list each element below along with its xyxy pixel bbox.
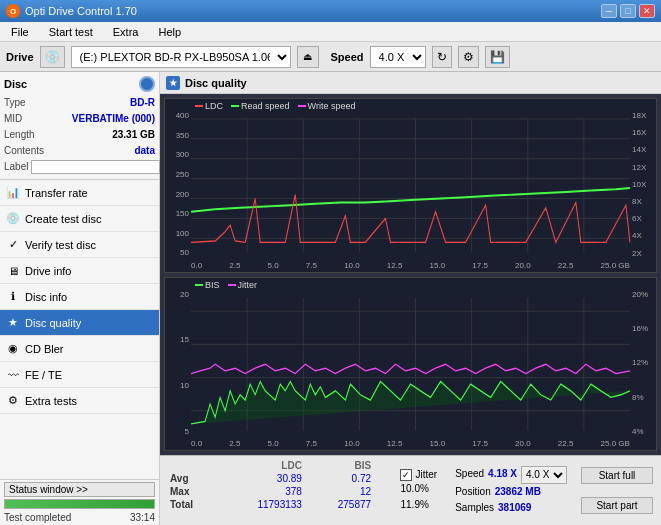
minimize-button[interactable]: ─ (601, 4, 617, 18)
legend-write-speed: Write speed (298, 101, 356, 111)
jitter-checkbox[interactable]: ✓ (400, 469, 412, 481)
legend-bis: BIS (195, 280, 220, 290)
main-content: Disc Type BD-R MID VERBATIMe (000) Lengt… (0, 72, 661, 525)
drive-icon: 💿 (40, 46, 65, 68)
chart1-svg (165, 99, 656, 272)
speed-info: Speed 4.18 X 4.0 X Position 23862 MB Sam… (449, 459, 573, 522)
chart1-legend: LDC Read speed Write speed (195, 101, 355, 111)
jitter-checkbox-row: ✓ Jitter (400, 469, 437, 481)
samples-label: Samples (455, 500, 494, 516)
legend-jitter: Jitter (228, 280, 258, 290)
start-part-button[interactable]: Start part (581, 497, 653, 514)
stats-bar: LDC BIS Avg 30.89 0.72 Max 378 12 (160, 455, 661, 525)
action-buttons: Start full Start part (579, 459, 655, 522)
speed-select[interactable]: 4.0 X (370, 46, 426, 68)
chart1-x-labels: 0.02.55.07.510.012.515.017.520.022.525.0… (191, 261, 630, 270)
menu-start-test[interactable]: Start test (43, 25, 99, 39)
save-button[interactable]: 💾 (485, 46, 510, 68)
disc-contents-value: data (134, 143, 155, 159)
speed-row: Speed 4.18 X 4.0 X (455, 466, 567, 484)
max-ldc: 378 (218, 485, 306, 498)
avg-ldc: 30.89 (218, 472, 306, 485)
jitter-label: Jitter (415, 469, 437, 480)
disc-icon (139, 76, 155, 92)
close-button[interactable]: ✕ (639, 4, 655, 18)
fe-te-label: FE / TE (25, 369, 62, 381)
disc-label-label: Label (4, 159, 28, 175)
progress-bar (4, 499, 155, 509)
disc-info-panel: Disc Type BD-R MID VERBATIMe (000) Lengt… (0, 72, 159, 180)
menu-extra[interactable]: Extra (107, 25, 145, 39)
samples-value: 381069 (498, 500, 531, 516)
title-bar-left: O Opti Drive Control 1.70 (6, 4, 137, 18)
disc-quality-label: Disc quality (25, 317, 81, 329)
menu-file[interactable]: File (5, 25, 35, 39)
disc-mid-value: VERBATIMe (000) (72, 111, 155, 127)
charts-container: LDC Read speed Write speed 4003503002502… (160, 94, 661, 455)
total-label: Total (166, 498, 218, 511)
right-content: ★ Disc quality LDC Read speed (160, 72, 661, 525)
drive-label: Drive (6, 51, 34, 63)
eject-button[interactable]: ⏏ (297, 46, 319, 68)
avg-label: Avg (166, 472, 218, 485)
transfer-rate-label: Transfer rate (25, 187, 88, 199)
sidebar-item-create-test-disc[interactable]: 💿 Create test disc (0, 206, 159, 232)
disc-info-icon: ℹ (6, 290, 20, 304)
chart2-x-labels: 0.02.55.07.510.012.515.017.520.022.525.0… (191, 439, 630, 448)
disc-contents-label: Contents (4, 143, 44, 159)
max-label: Max (166, 485, 218, 498)
sidebar-item-verify-test-disc[interactable]: ✓ Verify test disc (0, 232, 159, 258)
legend-ldc: LDC (195, 101, 223, 111)
disc-quality-header-icon: ★ (166, 76, 180, 90)
legend-read-speed: Read speed (231, 101, 290, 111)
disc-mid-row: MID VERBATIMe (000) (4, 111, 155, 127)
sidebar-item-disc-quality[interactable]: ★ Disc quality (0, 310, 159, 336)
cd-bler-label: CD Bler (25, 343, 64, 355)
disc-header: Disc (4, 76, 155, 92)
disc-label-input[interactable] (31, 160, 160, 174)
status-text: Test completed (4, 512, 71, 523)
avg-bis: 0.72 (306, 472, 375, 485)
transfer-rate-icon: 📊 (6, 186, 20, 200)
cd-bler-icon: ◉ (6, 342, 20, 356)
disc-mid-label: MID (4, 111, 22, 127)
disc-length-row: Length 23.31 GB (4, 127, 155, 143)
sidebar-item-disc-info[interactable]: ℹ Disc info (0, 284, 159, 310)
drive-bar: Drive 💿 (E:) PLEXTOR BD-R PX-LB950SA 1.0… (0, 42, 661, 72)
max-bis: 12 (306, 485, 375, 498)
menu-bar: File Start test Extra Help (0, 22, 661, 42)
sidebar-nav: 📊 Transfer rate 💿 Create test disc ✓ Ver… (0, 180, 159, 479)
sidebar-item-extra-tests[interactable]: ⚙ Extra tests (0, 388, 159, 414)
sidebar-item-transfer-rate[interactable]: 📊 Transfer rate (0, 180, 159, 206)
chart2-svg (165, 278, 656, 451)
sidebar-item-cd-bler[interactable]: ◉ CD Bler (0, 336, 159, 362)
drive-info-label: Drive info (25, 265, 71, 277)
sidebar-item-fe-te[interactable]: 〰 FE / TE (0, 362, 159, 388)
position-label: Position (455, 484, 491, 500)
status-time: 33:14 (130, 512, 155, 523)
disc-label-row: Label ✎ (4, 159, 155, 175)
refresh-button[interactable]: ↻ (432, 46, 452, 68)
jitter-section: ✓ Jitter 10.0% 11.9% (394, 459, 443, 522)
total-ldc: 11793133 (218, 498, 306, 511)
create-test-disc-label: Create test disc (25, 213, 101, 225)
start-full-button[interactable]: Start full (581, 467, 653, 484)
extra-tests-icon: ⚙ (6, 394, 20, 408)
disc-type-label: Type (4, 95, 26, 111)
speed-info-select[interactable]: 4.0 X (521, 466, 567, 484)
chart2-legend: BIS Jitter (195, 280, 257, 290)
drive-select[interactable]: (E:) PLEXTOR BD-R PX-LB950SA 1.06 (71, 46, 291, 68)
sidebar-item-drive-info[interactable]: 🖥 Drive info (0, 258, 159, 284)
max-jitter: 11.9% (400, 497, 437, 513)
disc-length-value: 23.31 GB (112, 127, 155, 143)
disc-quality-title: Disc quality (185, 77, 247, 89)
position-row: Position 23862 MB (455, 484, 567, 500)
menu-help[interactable]: Help (152, 25, 187, 39)
samples-row: Samples 381069 (455, 500, 567, 516)
settings-button[interactable]: ⚙ (458, 46, 479, 68)
disc-type-value: BD-R (130, 95, 155, 111)
maximize-button[interactable]: □ (620, 4, 636, 18)
disc-quality-header: ★ Disc quality (160, 72, 661, 94)
disc-quality-icon: ★ (6, 316, 20, 330)
status-window-button[interactable]: Status window >> (4, 482, 155, 497)
